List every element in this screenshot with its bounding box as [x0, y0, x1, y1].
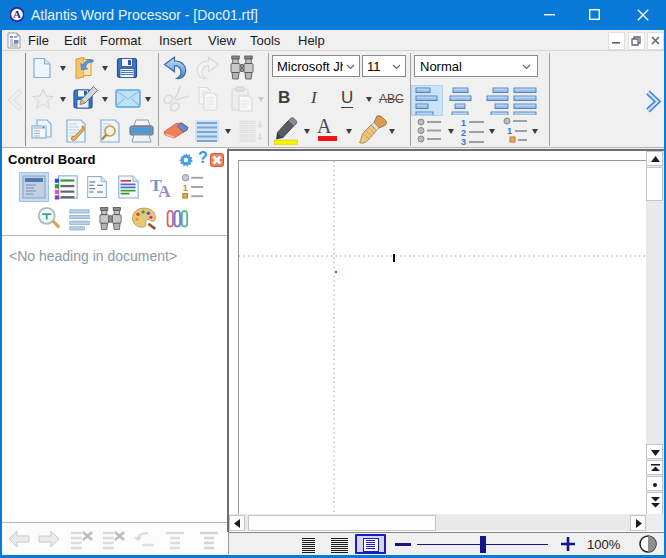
svg-text:3: 3: [461, 137, 466, 145]
svg-text:1: 1: [183, 183, 188, 193]
svg-text:A: A: [13, 8, 21, 20]
svg-text:1: 1: [461, 118, 466, 128]
svg-text:A: A: [158, 181, 171, 200]
svg-text:1: 1: [507, 126, 512, 136]
svg-text:2: 2: [461, 128, 466, 138]
